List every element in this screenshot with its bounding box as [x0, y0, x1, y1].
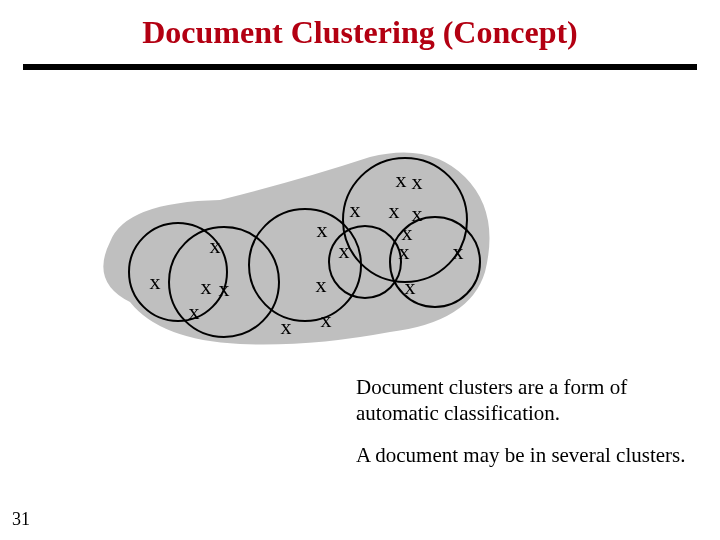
caption-1: Document clusters are a form of automati… [356, 374, 706, 427]
data-point: x [453, 241, 464, 263]
data-point: x [219, 278, 230, 300]
page-number: 31 [12, 509, 30, 530]
cluster-diagram: xxxxxxxxxxxxxxxxxxx [70, 122, 520, 362]
data-point: x [405, 276, 416, 298]
data-point: x [201, 276, 212, 298]
data-point: x [150, 271, 161, 293]
data-point: x [396, 169, 407, 191]
data-point: x [316, 274, 327, 296]
data-point: x [281, 316, 292, 338]
data-point: x [321, 309, 332, 331]
data-point: x [339, 240, 350, 262]
data-point: x [210, 235, 221, 257]
data-point: x [389, 200, 400, 222]
slide-title: Document Clustering (Concept) [0, 0, 720, 59]
data-point: x [412, 203, 423, 225]
data-point: x [317, 219, 328, 241]
data-point: x [350, 199, 361, 221]
data-point: x [412, 171, 423, 193]
data-point: x [189, 301, 200, 323]
caption-2: A document may be in several clusters. [356, 442, 706, 468]
cluster-region-blob [103, 153, 489, 345]
title-underline [23, 64, 697, 70]
data-point: x [399, 241, 410, 263]
